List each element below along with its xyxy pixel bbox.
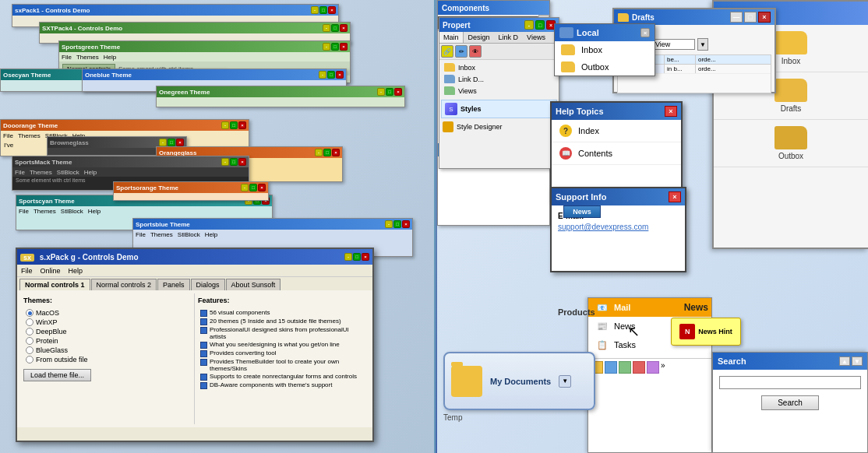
drafts-min[interactable]: — xyxy=(730,12,743,23)
win-controls[interactable]: - □ × xyxy=(311,6,336,14)
prop-max[interactable]: □ xyxy=(535,20,545,30)
radio-deepblue[interactable]: DeepBlue xyxy=(26,328,189,335)
tab-normal2[interactable]: Normal controls 2 xyxy=(91,279,157,290)
local-close-btn[interactable]: × xyxy=(640,28,650,37)
radio-blueglass[interactable]: BlueGlass xyxy=(26,346,189,354)
close-btn6[interactable]: × xyxy=(394,88,402,96)
min-btn5[interactable]: - xyxy=(319,71,326,79)
menu-file7[interactable]: File xyxy=(3,132,13,139)
local-dropdown-title[interactable]: Local × xyxy=(555,24,655,41)
close-btn3[interactable]: × xyxy=(340,43,348,51)
max-btn5[interactable]: □ xyxy=(327,71,335,79)
drafts-controls[interactable]: — □ × xyxy=(730,12,771,23)
min-btn3[interactable]: - xyxy=(323,43,330,51)
menu-themes11[interactable]: Themes xyxy=(34,208,56,215)
menu-themes7[interactable]: Themes xyxy=(18,132,41,139)
prop-tab-views[interactable]: Views xyxy=(523,32,549,43)
menu-file-main[interactable]: File xyxy=(21,267,33,275)
close-btn10[interactable]: × xyxy=(238,158,246,166)
max-btn[interactable]: □ xyxy=(319,6,327,14)
close-btn7[interactable]: × xyxy=(238,121,246,129)
menu-stlblock12[interactable]: StlBlock xyxy=(178,231,200,238)
close-btn9[interactable]: × xyxy=(332,149,340,156)
vstoolbox-arrow[interactable]: ▼ xyxy=(697,38,708,51)
support-titlebar[interactable]: Support Info × xyxy=(552,188,685,205)
min-btn13[interactable]: - xyxy=(241,184,249,191)
max-btn8[interactable]: □ xyxy=(168,139,175,146)
tasks-icon-4[interactable] xyxy=(633,361,645,374)
toolbar-icon-link[interactable]: 🔗 xyxy=(441,45,453,58)
inbox-item[interactable]: Inbox xyxy=(555,41,655,58)
menu-help12[interactable]: Help xyxy=(205,231,217,238)
menu-file12[interactable]: File xyxy=(136,231,146,238)
radio-outside[interactable]: From outside file xyxy=(26,356,189,363)
prop-min[interactable]: - xyxy=(524,20,534,30)
max-btn13[interactable]: □ xyxy=(249,184,257,191)
min-btn[interactable]: - xyxy=(311,6,319,14)
min-btn9[interactable]: - xyxy=(315,149,323,156)
search-button[interactable]: Search xyxy=(761,395,819,410)
demo-close-btn[interactable]: × xyxy=(362,253,369,261)
search-input[interactable] xyxy=(719,376,861,389)
close-btn2[interactable]: × xyxy=(340,24,348,32)
load-theme-btn[interactable]: Load theme file... xyxy=(23,369,91,381)
radio-winxp[interactable]: WinXP xyxy=(26,318,189,326)
prop-tab-linkd[interactable]: Link D xyxy=(495,32,523,43)
search-controls[interactable]: ▲ ▼ xyxy=(839,356,863,366)
menu-file3[interactable]: File xyxy=(62,54,72,61)
radio-macos[interactable]: MacOS xyxy=(26,309,189,317)
theme-win-sportsorange[interactable]: Sportsorange Theme - □ × xyxy=(113,181,269,201)
tasks-icon-3[interactable] xyxy=(619,361,631,374)
menu-help11[interactable]: Help xyxy=(88,208,101,215)
close-btn[interactable]: × xyxy=(328,6,336,14)
max-btn7[interactable]: □ xyxy=(230,121,238,129)
close-btn13[interactable]: × xyxy=(258,184,266,191)
tasks-more-btn[interactable]: » xyxy=(661,361,665,374)
toolbar-icon-design[interactable]: ✏ xyxy=(455,45,468,58)
support-email[interactable]: support@devexpress.com xyxy=(558,223,679,231)
menu-stlblock11[interactable]: StlBlock xyxy=(61,208,83,215)
min-btn2[interactable]: - xyxy=(323,24,330,32)
help-contents-item[interactable]: 📖 Contents xyxy=(552,142,681,165)
property-controls[interactable]: - □ × xyxy=(524,20,556,30)
max-btn9[interactable]: □ xyxy=(323,149,331,156)
close-btn12[interactable]: × xyxy=(402,220,410,228)
menu-file10[interactable]: File xyxy=(15,169,25,176)
close-btn5[interactable]: × xyxy=(336,71,344,79)
prop-tab-main[interactable]: Main xyxy=(439,32,464,43)
max-btn3[interactable]: □ xyxy=(331,43,339,51)
menu-file11[interactable]: File xyxy=(19,208,29,215)
min-btn7[interactable]: - xyxy=(221,121,229,129)
tasks-icon-2[interactable] xyxy=(605,361,617,374)
tab-panels[interactable]: Panels xyxy=(157,279,190,290)
demo-win-controls[interactable]: - □ × xyxy=(344,253,369,261)
help-close-btn[interactable]: × xyxy=(665,106,677,117)
outbox-item[interactable]: Outbox xyxy=(555,58,655,76)
max-btn12[interactable]: □ xyxy=(393,220,401,228)
min-btn12[interactable]: - xyxy=(385,220,393,228)
menu-help3[interactable]: Help xyxy=(104,54,116,61)
min-btn10[interactable]: - xyxy=(221,158,229,166)
components-title[interactable]: Components xyxy=(438,1,549,15)
menu-themes3[interactable]: Themes xyxy=(76,54,99,61)
mydocuments-large-btn[interactable]: My Documents ▼ xyxy=(443,352,595,410)
help-titlebar[interactable]: Help Topics × xyxy=(552,103,681,120)
tab-dialogs[interactable]: Dialogs xyxy=(191,279,225,290)
radio-protein[interactable]: Protein xyxy=(26,337,189,345)
search-expand[interactable]: ▼ xyxy=(852,356,863,366)
max-btn2[interactable]: □ xyxy=(331,24,339,32)
min-btn6[interactable]: - xyxy=(377,88,385,96)
tasks-icon-5[interactable] xyxy=(647,361,659,374)
menu-online-main[interactable]: Online xyxy=(41,267,61,275)
main-demo-titlebar[interactable]: sx s.xPack g - Controls Demo - □ × xyxy=(17,249,372,265)
menu-help-main[interactable]: Help xyxy=(69,267,83,275)
property-titlebar[interactable]: Propert - □ × xyxy=(439,18,559,32)
demo-min-btn[interactable]: - xyxy=(344,253,352,261)
close-btn8[interactable]: × xyxy=(176,139,184,146)
theme-win-onegreen[interactable]: Onegreen Theme - □ × xyxy=(156,86,405,107)
drafts-titlebar[interactable]: Drafts — □ × xyxy=(614,9,774,25)
drafts-close[interactable]: × xyxy=(758,12,771,23)
toolbar-icon-view[interactable]: 👁 xyxy=(469,45,482,58)
menu-themes10[interactable]: Themes xyxy=(30,169,52,176)
max-btn10[interactable]: □ xyxy=(230,158,238,166)
